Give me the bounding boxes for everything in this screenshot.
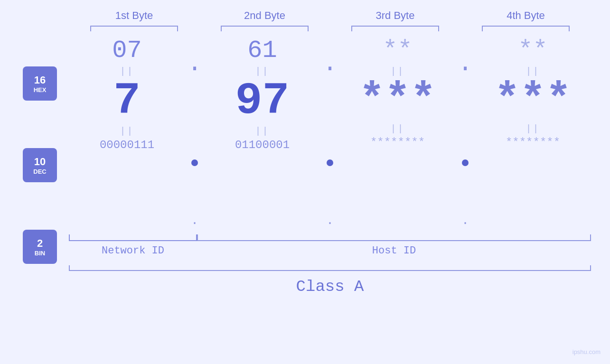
bracket-col1 bbox=[69, 26, 199, 31]
class-label: Class A bbox=[69, 278, 591, 296]
header-byte4: 4th Byte bbox=[460, 9, 591, 22]
main-layout: 1st Byte 2nd Byte 3rd Byte 4th Byte 07 |… bbox=[69, 9, 591, 296]
col4-hex-val: ** bbox=[518, 38, 547, 63]
network-id-label: Network ID bbox=[69, 245, 197, 257]
sep1-hex-dot: . bbox=[187, 52, 202, 76]
host-id-label: Host ID bbox=[197, 245, 591, 257]
col3-hex-val: ** bbox=[383, 38, 412, 63]
bin-badge-label: BIN bbox=[35, 250, 45, 257]
sep-3: . . bbox=[456, 38, 475, 228]
header-byte3: 3rd Byte bbox=[330, 9, 460, 22]
col2-eq2: || bbox=[255, 126, 269, 137]
col4-eq1: || bbox=[526, 66, 540, 77]
bracket-col2 bbox=[199, 26, 330, 31]
column-headers: 1st Byte 2nd Byte 3rd Byte 4th Byte bbox=[69, 9, 591, 22]
col-3: ** || *** || ******** bbox=[339, 38, 456, 228]
col1-eq2: || bbox=[120, 126, 134, 137]
bin-badge: 2 BIN bbox=[23, 230, 57, 264]
sep-1: . . bbox=[185, 38, 204, 228]
col4-bin-val: ******** bbox=[506, 136, 560, 149]
hex-badge-label: HEX bbox=[34, 86, 47, 93]
col1-bin-val: 00000111 bbox=[100, 139, 154, 151]
col-1: 07 || 7 || 00000111 bbox=[69, 38, 185, 228]
sep3-bin-dot: . bbox=[461, 214, 469, 228]
sep3-hex-dot: . bbox=[458, 52, 472, 76]
col2-bin-val: 01100001 bbox=[235, 139, 290, 151]
dec-badge-num: 10 bbox=[34, 156, 46, 168]
sep2-dec-dot bbox=[327, 159, 333, 166]
network-bracket bbox=[69, 234, 197, 241]
col-2: 61 || 97 || 01100001 bbox=[204, 38, 320, 228]
col1-hex-val: 07 bbox=[112, 38, 141, 63]
dec-badge-label: DEC bbox=[33, 168, 46, 175]
host-bracket bbox=[197, 234, 591, 241]
col3-dec-val: *** bbox=[359, 79, 436, 121]
bottom-section: Network ID Host ID bbox=[69, 234, 591, 257]
hex-badge-num: 16 bbox=[34, 74, 46, 86]
top-brackets bbox=[69, 26, 591, 31]
watermark: ipshu.com bbox=[572, 348, 601, 355]
bracket-col4 bbox=[460, 26, 591, 31]
hex-badge: 16 HEX bbox=[23, 66, 57, 101]
bin-badge-num: 2 bbox=[37, 237, 43, 250]
dec-badge: 10 DEC bbox=[23, 148, 57, 182]
sep1-dec-dot bbox=[191, 159, 198, 166]
page-container: 16 HEX 10 DEC 2 BIN 1st Byte 2nd Byte 3r… bbox=[0, 0, 610, 364]
header-byte1: 1st Byte bbox=[69, 9, 199, 22]
col3-eq2: || bbox=[390, 123, 404, 134]
bottom-brackets bbox=[69, 234, 591, 241]
data-grid: 07 || 7 || 00000111 . . 61 || 97 || 0110… bbox=[69, 38, 591, 228]
sep2-bin-dot: . bbox=[326, 214, 334, 228]
col2-hex-val: 61 bbox=[247, 38, 277, 63]
header-byte2: 2nd Byte bbox=[199, 9, 330, 22]
col3-bin-val: ******** bbox=[370, 136, 425, 149]
col4-eq2: || bbox=[526, 123, 540, 134]
col2-dec-val: 97 bbox=[235, 79, 289, 124]
sep3-dec-dot bbox=[462, 159, 469, 166]
base-badges: 16 HEX 10 DEC 2 BIN bbox=[23, 66, 57, 264]
col4-dec-val: *** bbox=[494, 79, 571, 121]
col1-dec-val: 7 bbox=[113, 79, 141, 124]
col3-eq1: || bbox=[390, 66, 404, 77]
sep-2: . . bbox=[320, 38, 339, 228]
col-4: ** || *** || ******** bbox=[475, 38, 591, 228]
bracket-col3 bbox=[330, 26, 460, 31]
bottom-labels: Network ID Host ID bbox=[69, 245, 591, 257]
sep2-hex-dot: . bbox=[322, 52, 337, 76]
outer-bracket bbox=[69, 265, 591, 271]
sep1-bin-dot: . bbox=[191, 214, 198, 228]
